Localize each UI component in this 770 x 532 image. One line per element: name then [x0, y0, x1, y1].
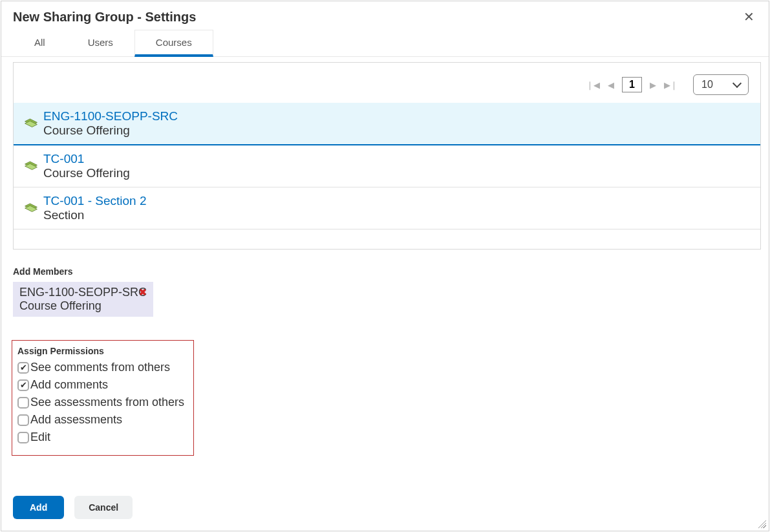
pager-first-icon[interactable]: ❘◀ [584, 79, 603, 91]
checkbox-edit[interactable] [17, 432, 29, 443]
tab-bar: All Users Courses [1, 30, 769, 57]
permission-label: See assessments from others [30, 396, 184, 409]
close-icon[interactable]: ✕ [741, 9, 757, 25]
chevron-down-icon [733, 79, 742, 88]
book-icon [23, 116, 39, 131]
course-type: Course Offering [43, 123, 178, 138]
course-type: Section [43, 208, 146, 222]
checkbox-add-comments[interactable] [17, 379, 29, 391]
permission-row[interactable]: Edit [17, 429, 189, 446]
permission-label: Edit [30, 431, 50, 444]
member-chip-subtitle: Course Offering [19, 299, 147, 313]
pager: ❘◀ ◀ 1 ▶ ▶❘ 10 [14, 63, 760, 103]
course-info: TC-001 - Section 2 Section [43, 194, 146, 222]
add-button[interactable]: Add [13, 496, 64, 519]
add-members-heading: Add Members [1, 255, 766, 282]
pager-prev-icon[interactable]: ◀ [605, 79, 617, 91]
checkbox-add-assessments[interactable] [17, 414, 29, 426]
course-link[interactable]: ENG-1100-SEOPP-SRC [43, 109, 178, 123]
tab-courses[interactable]: Courses [134, 30, 213, 57]
permission-label: Add comments [30, 378, 108, 392]
pager-size-value: 10 [701, 79, 713, 90]
remove-icon[interactable]: ✖ [139, 287, 147, 297]
course-info: TC-001 Course Offering [43, 152, 130, 180]
pager-size-select[interactable]: 10 [693, 74, 749, 95]
content-scroll[interactable]: ❘◀ ◀ 1 ▶ ▶❘ 10 ENG-1100-SEOPP-SRC Course… [1, 57, 769, 497]
course-list: ENG-1100-SEOPP-SRC Course Offering TC-00… [14, 103, 760, 229]
pager-last-icon[interactable]: ▶❘ [661, 79, 680, 91]
resize-grip-icon[interactable] [756, 518, 766, 528]
permission-label: Add assessments [30, 413, 122, 427]
pager-page[interactable]: 1 [622, 77, 642, 92]
dialog-footer: Add Cancel [13, 496, 133, 519]
course-row[interactable]: TC-001 Course Offering [14, 145, 760, 187]
checkbox-see-comments[interactable] [17, 362, 29, 374]
book-icon [23, 159, 39, 173]
dialog: New Sharing Group - Settings ✕ All Users… [1, 1, 769, 531]
assign-permissions-heading: Assign Permissions [17, 346, 189, 359]
course-row[interactable]: ENG-1100-SEOPP-SRC Course Offering [14, 103, 760, 145]
member-chip-title: ENG-1100-SEOPP-SRC [19, 286, 147, 299]
permission-row[interactable]: Add assessments [17, 411, 189, 429]
course-info: ENG-1100-SEOPP-SRC Course Offering [43, 109, 178, 138]
dialog-header: New Sharing Group - Settings ✕ [1, 1, 769, 30]
pager-next-icon[interactable]: ▶ [647, 79, 659, 91]
permission-row[interactable]: See comments from others [17, 359, 189, 376]
cancel-button[interactable]: Cancel [74, 496, 133, 519]
permission-row[interactable]: Add comments [17, 376, 189, 394]
member-chip: ENG-1100-SEOPP-SRC Course Offering ✖ [13, 282, 153, 317]
course-type: Course Offering [43, 166, 130, 180]
assign-permissions-box: Assign Permissions See comments from oth… [12, 340, 194, 456]
checkbox-see-assessments[interactable] [17, 397, 29, 409]
course-link[interactable]: TC-001 - Section 2 [43, 194, 146, 208]
tab-all[interactable]: All [13, 30, 67, 56]
permission-row[interactable]: See assessments from others [17, 394, 189, 411]
dialog-title: New Sharing Group - Settings [13, 10, 196, 25]
courses-panel: ❘◀ ◀ 1 ▶ ▶❘ 10 ENG-1100-SEOPP-SRC Course… [13, 62, 761, 250]
tab-users[interactable]: Users [67, 30, 134, 56]
permission-label: See comments from others [30, 361, 170, 374]
book-icon [23, 201, 39, 215]
course-row[interactable]: TC-001 - Section 2 Section [14, 187, 760, 229]
course-link[interactable]: TC-001 [43, 152, 130, 166]
